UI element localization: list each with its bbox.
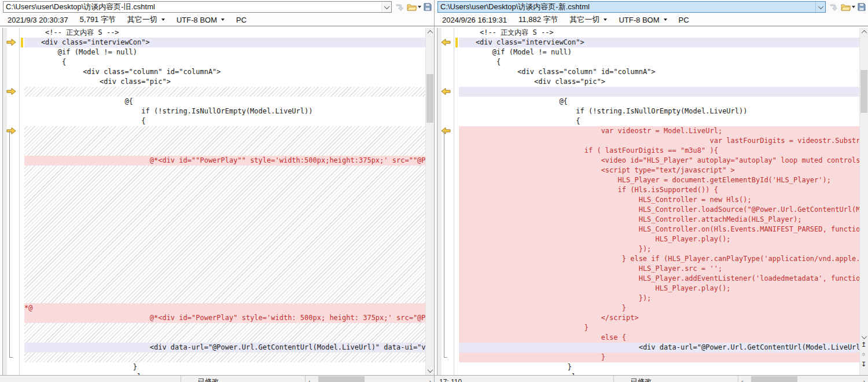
scroll-right-button[interactable]: ›: [426, 376, 434, 382]
line-margin: [0, 77, 24, 87]
code-line: <div data-url="@Power.Url.GetContentUrl(…: [435, 343, 859, 352]
scrollbar-thumb[interactable]: [860, 70, 867, 113]
line-margin: [0, 87, 24, 97]
code-area-right[interactable]: <!-- 正文内容 S --><div class="interviewCon"…: [435, 28, 868, 375]
diff-extent-bracket: [9, 131, 13, 358]
file-path-combobox[interactable]: C:\Users\user\Desktop\访谈内容页-旧.cshtml: [3, 1, 392, 13]
save-button[interactable]: [858, 3, 866, 11]
file-size: 11,882 字节: [518, 14, 558, 25]
diff-arrow-icon[interactable]: [6, 38, 17, 47]
line-margin: [435, 106, 459, 116]
folder-dropdown-icon[interactable]: [852, 6, 855, 8]
open-folder-button[interactable]: [407, 3, 421, 11]
code-text: HLS_Player.src = '';: [459, 264, 859, 274]
code-text: @*<div id=""PowerPlay"" style='width:500…: [24, 156, 425, 166]
scroll-down-button[interactable]: [426, 366, 434, 375]
scrollbar-track[interactable]: [313, 376, 426, 382]
vertical-scrollbar[interactable]: [425, 28, 434, 375]
chevron-down-icon: [161, 19, 165, 21]
code-text: if ( lastFourDigits == "m3u8" ){: [459, 146, 859, 156]
code-line: HLS_Player = document.getElementById('HL…: [435, 175, 859, 185]
combo-dropdown-button[interactable]: [381, 2, 391, 12]
save-button[interactable]: [424, 3, 432, 11]
code-area-left[interactable]: <!-- 正文内容 S --><div class="interviewCon"…: [0, 28, 434, 375]
scroll-left-button[interactable]: ‹: [738, 376, 746, 382]
line-margin: [435, 77, 459, 87]
code-text: }: [24, 362, 425, 372]
line-margin: [0, 362, 24, 372]
line-margin: [0, 38, 24, 47]
horizontal-scrollbar[interactable]: ‹ ›: [306, 376, 434, 382]
line-margin: [0, 28, 24, 38]
file-path[interactable]: C:\Users\user\Desktop\访谈内容页-新.cshtml: [438, 2, 815, 12]
code-text: });: [459, 244, 859, 254]
code-text: <script type="text/javascript" >: [459, 166, 859, 175]
code-text: HLS_Controller.loadSource("@Power.Url.Ge…: [459, 205, 859, 215]
code-line: @if (Model != null): [0, 47, 425, 57]
code-line: {: [0, 116, 425, 126]
code-text: *@: [24, 303, 425, 313]
code-line: <script type="text/javascript" >: [435, 166, 859, 175]
folder-dropdown-icon[interactable]: [418, 6, 421, 8]
code-line: [435, 87, 859, 97]
code-line: }: [0, 362, 425, 372]
line-margin: [435, 116, 459, 126]
code-text: }: [459, 362, 859, 372]
open-folder-button[interactable]: [841, 3, 855, 11]
copy-to-other-icon: [829, 3, 838, 12]
code-text: }: [459, 303, 859, 313]
diff-arrow-icon[interactable]: [6, 87, 17, 96]
code-line: <video id="HLS_Player" autoplay="autopla…: [435, 156, 859, 166]
code-line: [0, 352, 425, 362]
scrollbar-track[interactable]: [746, 376, 860, 382]
code-text: <div class="column" id="columnA">: [24, 67, 425, 77]
ghost-line-fill: [24, 352, 425, 362]
encoding-dropdown[interactable]: UTF-8 BOM: [619, 16, 667, 24]
code-line: [0, 323, 425, 343]
code-line: }: [435, 323, 859, 333]
diff-extent-bracket: [444, 131, 447, 358]
current-difference-icon[interactable]: ○: [862, 352, 865, 357]
last-difference-button[interactable]: ↧: [861, 361, 866, 368]
scrollbar-thumb[interactable]: [318, 376, 365, 382]
diff-arrow-icon[interactable]: [441, 87, 451, 96]
code-line: <div class="pic">: [0, 77, 425, 87]
scrollbar-thumb[interactable]: [426, 74, 433, 123]
file-size: 5,791 字节: [80, 14, 116, 25]
code-text: HLS_Player.addEventListener('loadedmetad…: [459, 274, 859, 284]
code-text: if (Hls.isSupported()) {: [459, 185, 859, 195]
diff-arrow-icon[interactable]: [441, 38, 451, 47]
scroll-right-button[interactable]: ›: [860, 376, 868, 382]
first-difference-button[interactable]: ↥: [861, 341, 866, 348]
line-margin: [435, 87, 459, 97]
file-timestamp: 2021/9/3 20:30:37: [8, 16, 68, 24]
file-path[interactable]: C:\Users\user\Desktop\访谈内容页-旧.cshtml: [3, 2, 381, 12]
code-line: }: [435, 352, 859, 362]
diff-mode-dropdown[interactable]: 其它一切: [569, 14, 607, 25]
cursor-position: 17: 110: [435, 376, 614, 382]
code-line: *@: [0, 303, 425, 313]
scrollbar-thumb[interactable]: [751, 376, 797, 382]
ghost-line-fill: [24, 126, 425, 156]
code-text: HLS_Controller.on(Hls.Events.MANIFEST_PA…: [459, 225, 859, 234]
code-line: <!-- 正文内容 S -->: [0, 28, 425, 38]
line-margin: [0, 57, 24, 67]
scroll-left-button[interactable]: ‹: [306, 376, 313, 382]
scroll-up-button[interactable]: [860, 28, 868, 36]
file-path-combobox[interactable]: C:\Users\user\Desktop\访谈内容页-新.cshtml: [437, 1, 826, 13]
combo-dropdown-button[interactable]: [815, 2, 825, 12]
current-diff-marker: [21, 38, 23, 47]
code-line: });: [435, 293, 859, 303]
vertical-scrollbar[interactable]: [859, 28, 868, 375]
code-line: HLS_Controller.on(Hls.Events.MANIFEST_PA…: [435, 225, 859, 234]
scroll-down-button[interactable]: [860, 333, 868, 341]
encoding-dropdown[interactable]: UTF-8 BOM: [176, 16, 225, 24]
code-text: {: [24, 116, 425, 126]
diff-nav-buttons: ↥ ○ ↧: [859, 341, 868, 368]
code-text: <!-- 正文内容 S -->: [459, 28, 859, 38]
chevron-down-icon: [818, 3, 823, 9]
ghost-line-fill: [24, 166, 425, 303]
diff-mode-dropdown[interactable]: 其它一切: [127, 14, 165, 25]
horizontal-scrollbar[interactable]: ‹ ›: [738, 376, 868, 382]
scroll-up-button[interactable]: [426, 28, 434, 36]
